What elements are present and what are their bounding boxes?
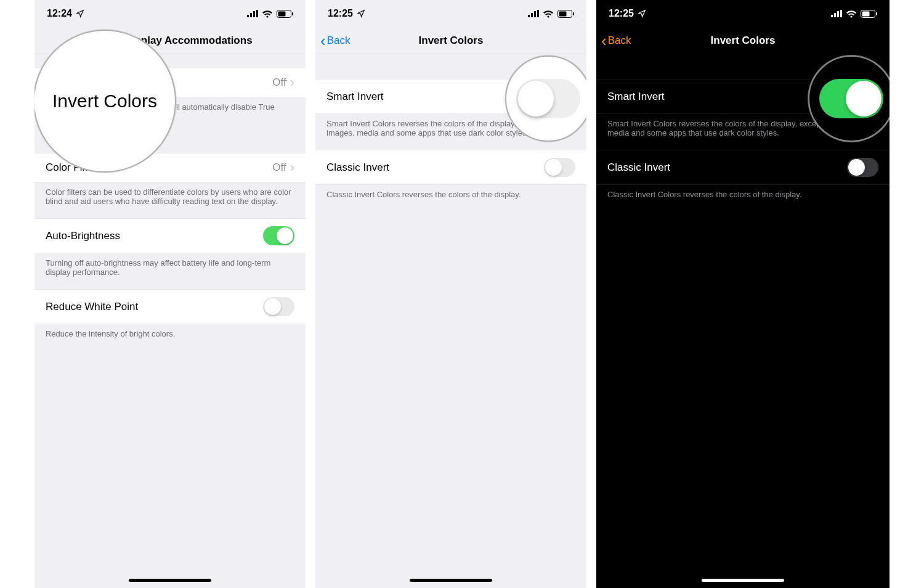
- reduce-white-point-toggle[interactable]: [263, 297, 294, 316]
- nav-bar: ‹ Back Invert Colors: [315, 27, 586, 54]
- svg-rect-15: [834, 13, 836, 17]
- back-label: Back: [327, 35, 351, 47]
- svg-rect-16: [837, 11, 839, 17]
- svg-rect-19: [862, 11, 870, 16]
- reduce-white-point-row[interactable]: Reduce White Point: [34, 289, 306, 324]
- chevron-right-icon: ›: [290, 76, 294, 89]
- location-icon: [638, 9, 646, 18]
- status-bar: 12:24: [34, 0, 306, 27]
- cellular-icon: [247, 10, 258, 17]
- chevron-right-icon: ›: [290, 161, 294, 174]
- classic-invert-toggle[interactable]: [847, 158, 878, 177]
- panel-invert-colors-light: 12:25 ‹ Back Invert Colors Smart Invert …: [315, 0, 586, 588]
- cell-label: Classic Invert: [607, 161, 670, 174]
- svg-rect-6: [292, 12, 293, 15]
- footer-text: Reduce the intensity of bright colors.: [34, 324, 306, 351]
- status-time: 12:25: [328, 8, 353, 19]
- wifi-icon: [262, 10, 273, 18]
- location-icon: [357, 9, 365, 18]
- magnifier-smart-invert-off: [505, 55, 586, 142]
- nav-bar: ‹ Back Invert Colors: [596, 27, 890, 54]
- cell-label: Reduce White Point: [46, 301, 138, 313]
- cell-label: Classic Invert: [326, 161, 389, 174]
- panel-display-accommodations: 12:24 Display Accommodations Invert Colo…: [34, 0, 306, 588]
- svg-rect-0: [247, 15, 249, 17]
- classic-invert-row[interactable]: Classic Invert: [596, 150, 890, 185]
- svg-rect-13: [573, 12, 574, 15]
- cell-value: Off: [272, 161, 286, 174]
- status-time: 12:25: [609, 8, 634, 19]
- status-time: 12:24: [47, 8, 72, 19]
- home-indicator: [702, 579, 784, 582]
- page-title: Invert Colors: [711, 35, 776, 47]
- cell-label: Smart Invert: [326, 91, 384, 103]
- chevron-left-icon: ‹: [320, 31, 326, 51]
- svg-rect-17: [840, 10, 842, 17]
- status-bar: 12:25: [596, 0, 890, 27]
- panel-invert-colors-dark: 12:25 ‹ Back Invert Colors Smart Invert …: [596, 0, 890, 588]
- auto-brightness-toggle[interactable]: [263, 226, 294, 245]
- svg-rect-1: [250, 13, 252, 17]
- svg-rect-3: [256, 10, 258, 17]
- magnifier-toggle-on: [819, 79, 883, 118]
- svg-rect-5: [278, 11, 286, 16]
- back-label: Back: [608, 35, 631, 47]
- back-button[interactable]: ‹ Back: [320, 27, 350, 54]
- magnifier-toggle-off: [516, 79, 580, 118]
- wifi-icon: [846, 10, 857, 18]
- auto-brightness-row[interactable]: Auto-Brightness: [34, 218, 306, 253]
- home-indicator: [410, 579, 492, 582]
- svg-rect-7: [528, 15, 530, 17]
- cell-label: Smart Invert: [607, 91, 665, 103]
- location-icon: [76, 9, 84, 18]
- battery-icon: [861, 10, 877, 18]
- magnifier-label: Invert Colors: [52, 91, 157, 112]
- cellular-icon: [528, 10, 539, 17]
- chevron-left-icon: ‹: [601, 31, 607, 51]
- battery-icon: [277, 10, 293, 18]
- svg-rect-14: [831, 15, 833, 17]
- svg-rect-12: [559, 11, 567, 16]
- magnifier-invert-colors: Invert Colors: [34, 30, 176, 173]
- magnifier-smart-invert-on: [808, 55, 890, 142]
- footer-text: Classic Invert Colors reverses the color…: [596, 185, 890, 211]
- svg-rect-20: [876, 12, 877, 15]
- page-title: Invert Colors: [419, 35, 484, 47]
- classic-invert-toggle[interactable]: [544, 158, 575, 177]
- svg-rect-8: [531, 13, 533, 17]
- classic-invert-row[interactable]: Classic Invert: [315, 150, 586, 185]
- cell-value: Off: [272, 76, 286, 89]
- wifi-icon: [543, 10, 554, 18]
- svg-rect-9: [534, 11, 536, 17]
- battery-icon: [557, 10, 574, 18]
- cell-label: Auto-Brightness: [46, 230, 120, 242]
- footer-text: Color filters can be used to differentia…: [34, 182, 306, 218]
- status-bar: 12:25: [315, 0, 586, 27]
- cellular-icon: [831, 10, 842, 17]
- footer-text: Turning off auto-brightness may affect b…: [34, 253, 306, 289]
- back-button[interactable]: ‹ Back: [601, 27, 631, 54]
- footer-text: Classic Invert Colors reverses the color…: [315, 185, 586, 211]
- home-indicator: [129, 579, 211, 582]
- svg-rect-10: [537, 10, 539, 17]
- svg-rect-2: [253, 11, 255, 17]
